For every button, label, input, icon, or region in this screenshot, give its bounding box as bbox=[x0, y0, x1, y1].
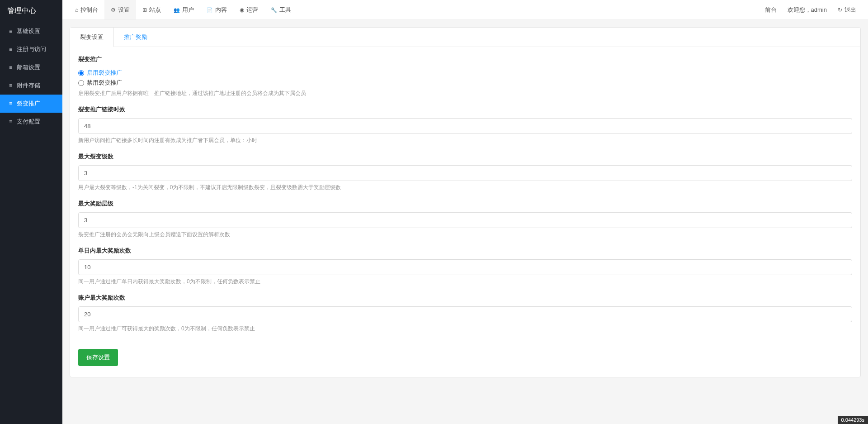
radio-disable-label[interactable]: 禁用裂变推广 bbox=[78, 79, 852, 87]
topnav: 控制台 设置 站点 用户 内容 运营 工具 前台 欢迎您，admin 退出 bbox=[62, 0, 868, 20]
max-level-input[interactable] bbox=[78, 165, 852, 181]
sidebar-item-basic[interactable]: 基础设置 bbox=[0, 22, 62, 40]
globe-icon bbox=[240, 7, 244, 13]
help-text: 同一用户通过推广单日内获得最大奖励次数，0为不限制，任何负数表示禁止 bbox=[78, 278, 852, 286]
nav-logout[interactable]: 退出 bbox=[832, 0, 862, 19]
list-icon bbox=[9, 100, 12, 107]
max-reward-level-input[interactable] bbox=[78, 212, 852, 228]
list-icon bbox=[9, 46, 12, 52]
exit-icon bbox=[838, 7, 842, 13]
radio-enable-label[interactable]: 启用裂变推广 bbox=[78, 69, 852, 77]
sidebar-title: 管理中心 bbox=[0, 0, 62, 22]
nav-console[interactable]: 控制台 bbox=[69, 0, 104, 19]
help-text: 新用户访问推广链接多长时间内注册有效成为推广者下属会员，单位：小时 bbox=[78, 137, 852, 144]
sidebar-item-label: 邮箱设置 bbox=[17, 63, 40, 71]
sidebar-item-label: 附件存储 bbox=[17, 81, 40, 90]
tab-rewards[interactable]: 推广奖励 bbox=[114, 28, 157, 47]
save-button[interactable]: 保存设置 bbox=[78, 349, 118, 366]
sidebar-item-payment[interactable]: 支付配置 bbox=[0, 113, 62, 131]
sidebar-item-register[interactable]: 注册与访问 bbox=[0, 40, 62, 58]
nav-users[interactable]: 用户 bbox=[167, 0, 200, 19]
nav-content[interactable]: 内容 bbox=[200, 0, 233, 19]
home-icon bbox=[75, 7, 78, 13]
nav-tools[interactable]: 工具 bbox=[264, 0, 297, 19]
account-max-reward-input[interactable] bbox=[78, 306, 852, 322]
sidebar: 管理中心 基础设置 注册与访问 邮箱设置 附件存储 裂变推广 支付配置 bbox=[0, 0, 62, 424]
sidebar-item-email[interactable]: 邮箱设置 bbox=[0, 58, 62, 76]
radio-disable[interactable] bbox=[78, 80, 84, 86]
section-title: 裂变推广 bbox=[78, 55, 852, 63]
nav-settings[interactable]: 设置 bbox=[104, 0, 136, 19]
field-label: 最大奖励层级 bbox=[78, 200, 852, 208]
grid-icon bbox=[142, 7, 147, 13]
list-icon bbox=[9, 64, 12, 71]
sidebar-item-label: 基础设置 bbox=[17, 27, 40, 35]
sidebar-item-label: 注册与访问 bbox=[17, 45, 46, 53]
field-label: 最大裂变级数 bbox=[78, 152, 852, 161]
file-icon bbox=[207, 7, 213, 13]
help-text: 同一用户通过推广可获得最大的奖励次数，0为不限制，任何负数表示禁止 bbox=[78, 325, 852, 333]
list-icon bbox=[9, 28, 12, 34]
sidebar-item-storage[interactable]: 附件存储 bbox=[0, 76, 62, 95]
help-text: 用户最大裂变等级数，-1为关闭裂变，0为不限制，不建议开启无限制级数裂变，且裂变… bbox=[78, 184, 852, 191]
nav-site[interactable]: 站点 bbox=[136, 0, 167, 19]
radio-enable[interactable] bbox=[78, 70, 84, 76]
sidebar-item-label: 支付配置 bbox=[17, 118, 40, 126]
panel: 裂变设置 推广奖励 裂变推广 启用裂变推广 禁用裂变推广 bbox=[70, 27, 861, 377]
wrench-icon bbox=[271, 7, 277, 13]
nav-frontend[interactable]: 前台 bbox=[760, 0, 782, 19]
list-icon bbox=[9, 119, 12, 125]
daily-max-reward-input[interactable] bbox=[78, 259, 852, 275]
nav-welcome[interactable]: 欢迎您，admin bbox=[782, 0, 832, 19]
sidebar-item-label: 裂变推广 bbox=[17, 100, 40, 108]
help-text: 启用裂变推广后用户将拥有唯一推广链接地址，通过该推广地址注册的会员将会成为其下属… bbox=[78, 90, 852, 97]
tab-settings[interactable]: 裂变设置 bbox=[70, 28, 114, 47]
sidebar-item-fission[interactable]: 裂变推广 bbox=[0, 95, 62, 113]
field-label: 单日内最大奖励次数 bbox=[78, 247, 852, 255]
help-text: 裂变推广注册的会员会无限向上级会员赠送下面设置的解析次数 bbox=[78, 231, 852, 238]
field-label: 账户最大奖励次数 bbox=[78, 294, 852, 302]
nav-operation[interactable]: 运营 bbox=[233, 0, 264, 19]
timer-badge: 0.044293s bbox=[838, 416, 868, 424]
link-timeout-input[interactable] bbox=[78, 118, 852, 134]
field-label: 裂变推广链接时效 bbox=[78, 105, 852, 114]
gear-icon bbox=[111, 7, 116, 13]
list-icon bbox=[9, 82, 12, 89]
users-icon bbox=[174, 7, 180, 13]
